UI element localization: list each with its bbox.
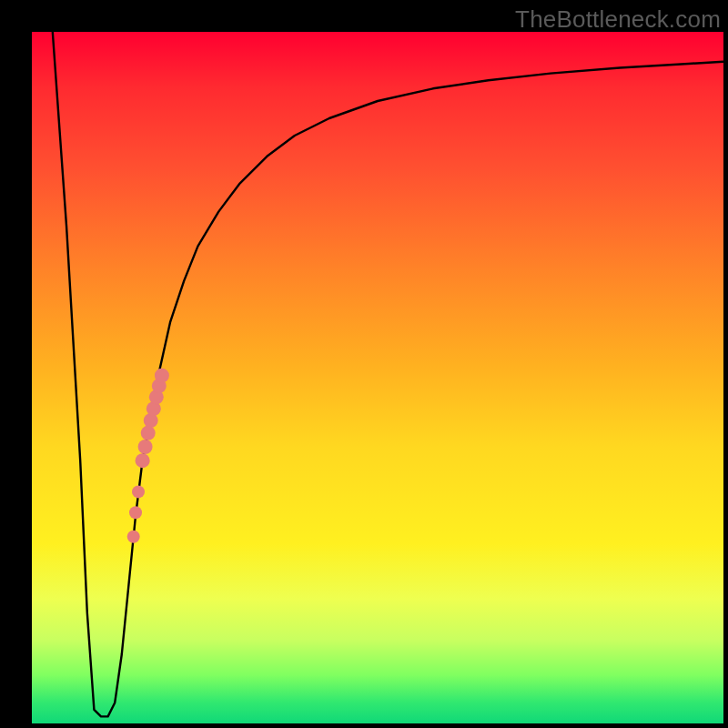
marker-dot	[127, 531, 140, 543]
plot-area	[32, 32, 723, 723]
marker-dot	[129, 506, 142, 519]
marker-dot	[155, 369, 169, 383]
chart-svg	[32, 32, 723, 723]
bottleneck-curve	[53, 32, 723, 716]
marker-dot	[132, 485, 145, 498]
watermark-text: TheBottleneck.com	[515, 5, 721, 34]
marker-dot	[138, 440, 153, 454]
marker-dot	[136, 453, 150, 468]
chart-frame: TheBottleneck.com	[0, 0, 728, 728]
highlighted-points	[127, 369, 169, 543]
marker-dot	[141, 426, 156, 440]
